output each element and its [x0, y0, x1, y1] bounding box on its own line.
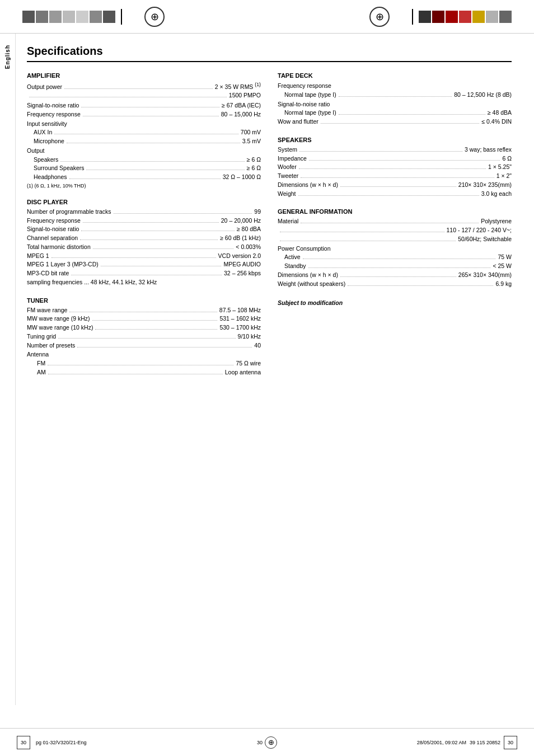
sidebar-label: English	[4, 45, 11, 69]
spec-label: Material	[278, 217, 298, 226]
tuner-title: TUNER	[27, 297, 261, 304]
color-block	[499, 11, 512, 23]
spec-value: < 25 W	[493, 262, 512, 271]
dotted-fill	[81, 107, 219, 107]
spec-label: Surround Speakers	[34, 164, 84, 173]
spec-label: MPEG 1	[27, 252, 49, 261]
spec-label: Dimensions (w × h × d)	[278, 181, 338, 190]
dotted-fill	[77, 347, 252, 348]
spec-label: Channel separation	[27, 234, 78, 243]
spec-value: 530 – 1700 kHz	[219, 323, 261, 332]
dotted-fill	[54, 134, 238, 134]
bar-left: ⊕	[22, 7, 181, 27]
spec-label: Tweeter	[278, 172, 298, 181]
bottom-bar: 30 pg 01-32/V320/21-Eng 30 ⊕ 28/05/2001,…	[0, 728, 534, 756]
spec-label: Frequency response	[27, 110, 81, 119]
specs-columns: AMPLIFIER Output power 2 × 35 W RMS (1) …	[27, 72, 512, 377]
dotted-fill	[348, 285, 493, 286]
spec-value: 99	[254, 208, 261, 217]
color-block	[459, 11, 471, 23]
amplifier-title: AMPLIFIER	[27, 72, 261, 79]
spec-value: 2 × 35 W RMS (1)	[215, 81, 261, 91]
dotted-fill	[58, 338, 235, 339]
page-title: Specifications	[27, 45, 512, 62]
spec-value: 20 – 20,000 Hz	[221, 217, 261, 226]
disc-player-title: DISC PLAYER	[27, 199, 261, 205]
spec-value: 1500 PMPO	[229, 91, 261, 100]
bottom-left-text: pg 01-32/V320/21-Eng	[36, 740, 87, 745]
spec-label: Number of presets	[27, 341, 75, 350]
page-number-left: 30	[21, 740, 26, 745]
general-info-title: GENERAL INFORMATION	[278, 208, 512, 215]
tape-deck-title: TAPE DECK	[278, 72, 512, 79]
dotted-fill	[95, 329, 217, 330]
dotted-fill	[86, 170, 244, 170]
spec-label: MPEG 1 Layer 3 (MP3-CD)	[27, 260, 99, 269]
dotted-fill	[83, 222, 219, 223]
dotted-fill	[60, 161, 244, 162]
spec-value: 9/10 kHz	[238, 332, 261, 341]
antenna-header: Antenna	[27, 350, 261, 359]
dotted-fill	[64, 88, 213, 89]
spec-value: 87.5 – 108 MHz	[219, 306, 261, 315]
color-block	[472, 11, 485, 23]
spec-value: 1 × 2"	[496, 172, 512, 181]
spec-value: 80 – 12,500 Hz (8 dB)	[454, 91, 512, 100]
spec-value: ≥ 67 dBA (IEC)	[222, 101, 261, 110]
spec-label: Normal tape (type I)	[284, 109, 336, 118]
spec-label: Active	[284, 253, 301, 262]
dotted-fill	[67, 143, 240, 143]
spec-label: Number of programmable tracks	[27, 208, 111, 217]
spec-label: FM	[37, 359, 45, 368]
spec-label: Wow and flutter	[278, 118, 318, 126]
spec-value: ≥ 80 dBA	[237, 225, 261, 234]
color-block	[90, 11, 102, 23]
dotted-fill	[29, 97, 227, 97]
left-column: AMPLIFIER Output power 2 × 35 W RMS (1) …	[27, 72, 261, 377]
dotted-fill	[280, 232, 444, 232]
spec-value: 700 mV	[241, 128, 261, 137]
dotted-fill	[340, 276, 456, 277]
spec-label: AM	[37, 368, 46, 377]
color-block	[22, 11, 35, 23]
spec-label: Normal tape (type I)	[284, 91, 336, 100]
spec-block-output-power: Output power 2 × 35 W RMS (1) 1500 PMPO	[27, 81, 261, 100]
spec-value: ≥ 6 Ω	[247, 156, 261, 165]
color-block	[419, 11, 431, 23]
sidebar: English	[0, 34, 16, 705]
spec-label: Frequency response	[27, 217, 81, 226]
dotted-fill	[321, 123, 480, 124]
color-block	[36, 11, 48, 23]
spec-value: ≥ 60 dB (1 kHz)	[220, 234, 261, 243]
dotted-fill	[299, 168, 486, 169]
divider	[412, 9, 413, 25]
dotted-fill	[48, 365, 233, 365]
spec-value: ≤ 0.4% DIN	[481, 118, 512, 126]
dotted-fill	[92, 320, 218, 321]
spec-label: Microphone	[34, 137, 64, 146]
spec-label: Signal-to-noise ratio	[27, 225, 79, 234]
spec-value: Loop antenna	[225, 368, 261, 377]
page-layout: English Specifications AMPLIFIER Output …	[0, 34, 534, 705]
color-block	[103, 11, 115, 23]
spec-value: 3.5 mV	[242, 137, 261, 146]
dotted-fill	[339, 96, 452, 97]
amplifier-footnote: (1) (6 Ω, 1 kHz, 10% THD)	[27, 183, 261, 189]
spec-value: 3 way; bass reflex	[465, 145, 512, 154]
spec-label: Tuning grid	[27, 332, 56, 341]
spec-label: Weight	[278, 190, 296, 199]
spec-value: 40	[254, 341, 261, 350]
spec-value: 75 Ω wire	[236, 359, 261, 368]
dotted-fill	[80, 240, 218, 240]
spec-value: 3.0 kg each	[481, 190, 512, 199]
spec-value: 6.9 kg	[495, 280, 512, 289]
dotted-fill	[309, 160, 500, 161]
dotted-fill	[301, 177, 494, 178]
spec-label: MW wave range (9 kHz)	[27, 314, 90, 323]
spec-label: Weight (without speakers)	[278, 280, 345, 289]
page-number-left-box: 30	[17, 736, 30, 749]
spec-value: VCD version 2.0	[218, 252, 261, 261]
bottom-center: 30 ⊕	[257, 736, 277, 749]
spec-label: Signal-to-noise ratio	[27, 101, 79, 110]
dotted-fill	[93, 248, 234, 249]
